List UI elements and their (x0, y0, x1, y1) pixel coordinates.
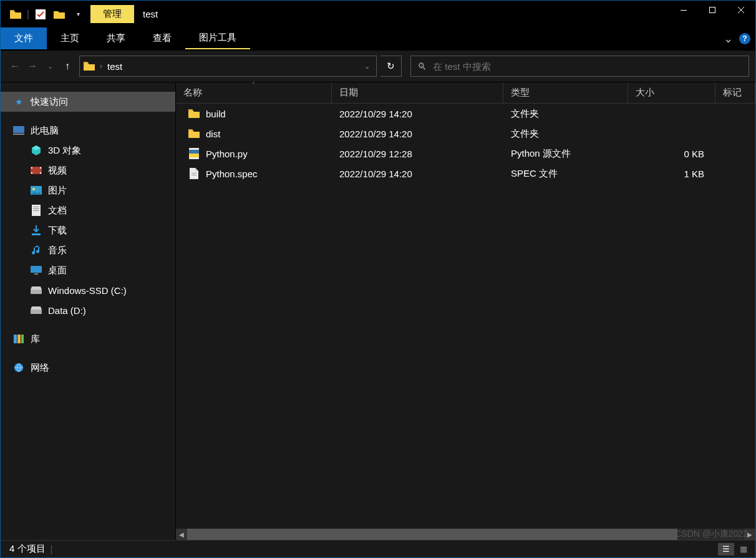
nav-arrows: ← → ⌄ ↑ (7, 58, 75, 74)
scroll-right-icon[interactable]: ▶ (744, 529, 755, 540)
sidebar-item-picture[interactable]: 图片 (1, 180, 175, 200)
file-type: 文件夹 (503, 108, 628, 120)
folder-icon (84, 62, 95, 71)
svg-rect-13 (33, 207, 39, 207)
svg-rect-9 (40, 172, 41, 174)
document-icon (31, 205, 42, 216)
libraries-icon (13, 333, 24, 345)
up-button[interactable]: ↑ (59, 58, 75, 74)
column-type[interactable]: 类型 (503, 82, 628, 103)
sidebar-item-document[interactable]: 文档 (1, 200, 175, 220)
back-button[interactable]: ← (7, 58, 23, 74)
file-size: 0 KB (628, 149, 715, 159)
breadcrumb[interactable]: test (107, 61, 122, 72)
refresh-button[interactable]: ↻ (380, 56, 402, 77)
titlebar: | ▾ 管理 test (1, 1, 755, 27)
column-name[interactable]: ˄名称 (176, 82, 332, 103)
svg-point-20 (39, 291, 41, 293)
details-view-button[interactable]: ☰ (718, 543, 734, 556)
horizontal-scrollbar[interactable]: ◀ ▶ (176, 529, 755, 540)
sidebar-item-label: 音乐 (48, 245, 67, 257)
folder-icon (188, 108, 200, 119)
sidebar-item-download[interactable]: 下载 (1, 220, 175, 240)
sidebar-item-quick-access[interactable]: ★ 快速访问 (1, 92, 175, 112)
column-headers: ˄名称 日期 类型 大小 标记 (176, 82, 755, 104)
recent-dropdown[interactable]: ⌄ (42, 58, 58, 74)
svg-rect-1 (681, 10, 687, 11)
tab-view[interactable]: 查看 (139, 27, 185, 49)
column-date[interactable]: 日期 (332, 82, 503, 103)
sidebar-item-video[interactable]: 视频 (1, 160, 175, 180)
sidebar-item-label: 此电脑 (31, 125, 59, 137)
address-dropdown-icon[interactable]: ⌄ (362, 62, 372, 71)
tab-file[interactable]: 文件 (1, 27, 47, 49)
forward-button[interactable]: → (24, 58, 41, 74)
svg-rect-25 (21, 335, 24, 343)
ribbon-tabs: 文件 主页 共享 查看 图片工具 ⌄ ? (1, 27, 755, 50)
sidebar-item-music[interactable]: 音乐 (1, 240, 175, 260)
file-date: 2022/10/29 12:28 (332, 149, 503, 159)
file-size: 1 KB (628, 169, 715, 179)
sidebar-item-drive[interactable]: Data (D:) (1, 300, 175, 320)
folder-icon (7, 6, 24, 23)
window-controls (669, 1, 755, 19)
close-button[interactable] (727, 1, 755, 19)
svg-rect-15 (33, 210, 39, 211)
desktop-icon (31, 265, 42, 276)
sidebar-item-this-pc[interactable]: 此电脑 (1, 120, 175, 140)
window-title: test (143, 9, 158, 19)
scrollbar-track[interactable] (187, 529, 744, 540)
svg-rect-31 (191, 175, 196, 175)
qat-dropdown-icon[interactable]: ▾ (69, 6, 87, 23)
search-input[interactable] (433, 61, 742, 72)
file-row[interactable]: build2022/10/29 14:20文件夹 (176, 104, 755, 124)
file-date: 2022/10/29 14:20 (332, 109, 503, 119)
context-tab-header: 管理 (90, 5, 134, 23)
view-switcher: ☰ ▦ (718, 543, 752, 556)
svg-rect-24 (17, 335, 21, 343)
sidebar-item-3d[interactable]: 3D 对象 (1, 140, 175, 160)
divider: | (51, 544, 53, 554)
file-name: dist (206, 129, 220, 139)
status-bar: 4 个项目 | ☰ ▦ (1, 540, 755, 557)
sidebar-item-network[interactable]: 网络 (1, 358, 175, 378)
sidebar-item-label: 库 (31, 333, 40, 345)
column-tag[interactable]: 标记 (715, 82, 755, 103)
column-size[interactable]: 大小 (628, 82, 715, 103)
file-row[interactable]: Python.spec2022/10/29 14:20SPEC 文件1 KB (176, 164, 755, 184)
sidebar-item-label: 快速访问 (31, 96, 68, 108)
search-box[interactable]: 🔍︎ (410, 56, 749, 77)
address-bar[interactable]: › test ⌄ (79, 56, 377, 77)
thumbnails-view-button[interactable]: ▦ (735, 543, 752, 556)
file-name: Python.py (206, 149, 248, 159)
properties-icon[interactable] (32, 6, 49, 23)
navigation-bar: ← → ⌄ ↑ › test ⌄ ↻ 🔍︎ (1, 50, 755, 82)
svg-rect-17 (31, 266, 42, 273)
maximize-button[interactable] (698, 1, 727, 19)
sidebar-item-label: 图片 (48, 185, 67, 197)
file-name: Python.spec (206, 169, 258, 179)
tab-picture-tools[interactable]: 图片工具 (185, 27, 250, 49)
help-icon[interactable]: ? (739, 33, 750, 44)
scrollbar-thumb[interactable] (187, 529, 677, 540)
file-date: 2022/10/29 14:20 (332, 169, 503, 179)
pc-icon (13, 125, 24, 136)
svg-rect-18 (34, 273, 38, 275)
file-row[interactable]: Python.py2022/10/29 12:28Python 源文件0 KB (176, 144, 755, 164)
scroll-left-icon[interactable]: ◀ (176, 529, 187, 540)
sidebar-item-desktop[interactable]: 桌面 (1, 260, 175, 280)
sidebar-item-libraries[interactable]: 库 (1, 329, 175, 349)
svg-rect-8 (40, 167, 41, 169)
quick-access-toolbar: | ▾ (1, 6, 87, 23)
file-date: 2022/10/29 14:20 (332, 129, 503, 139)
3d-icon (31, 145, 42, 156)
file-row[interactable]: dist2022/10/29 14:20文件夹 (176, 124, 755, 144)
sidebar-item-drive[interactable]: Windows-SSD (C:) (1, 280, 175, 300)
svg-point-11 (32, 188, 35, 190)
minimize-button[interactable] (669, 1, 698, 19)
collapse-ribbon-icon[interactable]: ⌄ (724, 32, 733, 46)
tab-share[interactable]: 共享 (93, 27, 139, 49)
tab-home[interactable]: 主页 (47, 27, 93, 49)
breadcrumb-sep-icon[interactable]: › (100, 62, 102, 71)
new-folder-icon[interactable] (51, 6, 68, 23)
